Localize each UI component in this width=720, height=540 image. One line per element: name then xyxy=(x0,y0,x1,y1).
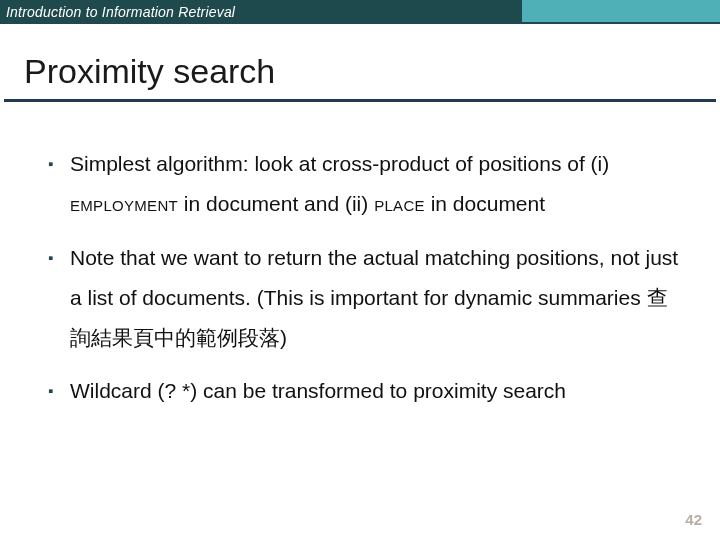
bullet-list: Simplest algorithm: look at cross-produc… xyxy=(48,144,680,411)
page-title: Proximity search xyxy=(0,24,720,99)
term-place: PLACE xyxy=(374,192,425,215)
list-item: Note that we want to return the actual m… xyxy=(48,238,680,358)
term-employment: EMPLOYMENT xyxy=(70,192,178,215)
bullet-text: Wildcard (? *) can be transformed to pro… xyxy=(70,379,566,402)
content-area: Simplest algorithm: look at cross-produc… xyxy=(0,102,720,411)
list-item: Simplest algorithm: look at cross-produc… xyxy=(48,144,680,224)
bullet-text: in document and (ii) xyxy=(178,192,374,215)
slide: Introduction to Information Retrieval Pr… xyxy=(0,0,720,540)
bullet-text: in document xyxy=(425,192,545,215)
list-item: Wildcard (? *) can be transformed to pro… xyxy=(48,371,680,411)
header-accent xyxy=(522,0,720,22)
course-title: Introduction to Information Retrieval xyxy=(0,4,235,20)
page-number: 42 xyxy=(685,511,702,528)
bullet-text: Note that we want to return the actual m… xyxy=(70,246,678,349)
bullet-text: Simplest algorithm: look at cross-produc… xyxy=(70,152,609,175)
